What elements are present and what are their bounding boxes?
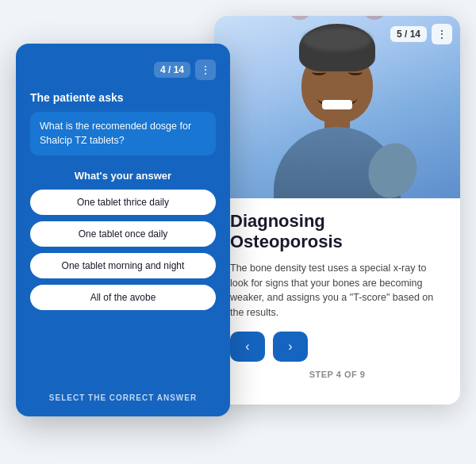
next-button[interactable]: ›: [273, 332, 308, 362]
right-card-description: The bone density test uses a special x-r…: [230, 261, 444, 320]
body-illustration: [274, 127, 401, 198]
right-menu-button[interactable]: ⋮: [432, 24, 452, 44]
right-card-content: DiagnosingOsteoporosis The bone density …: [214, 198, 460, 389]
cheek-left: [291, 16, 309, 20]
right-card-title: DiagnosingOsteoporosis: [230, 211, 444, 253]
answer-option-3[interactable]: One tablet morning and night: [30, 253, 216, 278]
right-card: 5 / 14 ⋮ DiagnosingOsteoporosis The bone…: [214, 16, 460, 405]
answer-option-2[interactable]: One tablet once daily: [30, 221, 216, 247]
section-label: The patiente asks: [30, 91, 216, 104]
right-card-header: 5 / 14 ⋮: [390, 24, 452, 44]
left-card-header: 4 / 14 ⋮: [30, 59, 216, 80]
answer-label: What's your answer: [30, 170, 216, 182]
answer-option-4[interactable]: All of the avobe: [30, 285, 216, 310]
teeth-illustration: [322, 100, 352, 109]
question-text: What is the recomended dosge for Shalcip…: [40, 120, 206, 148]
question-bubble: What is the recomended dosge for Shalcip…: [30, 112, 216, 155]
prev-button[interactable]: ‹: [230, 332, 265, 362]
left-slide-counter: 4 / 14: [154, 62, 190, 78]
step-label: STEP 4 OF 9: [230, 370, 444, 379]
eye-right: [348, 69, 363, 75]
answer-option-1[interactable]: One tablet thrice daily: [30, 190, 216, 215]
hair-illustration: [299, 24, 375, 71]
person-illustration: [262, 24, 413, 198]
nav-buttons: ‹ ›: [230, 332, 444, 362]
footer-label: SELECT THE CORRECT ANSWER: [30, 393, 216, 402]
eyes-illustration: [305, 67, 369, 79]
answer-options: One tablet thrice daily One tablet once …: [30, 190, 216, 382]
eye-left: [312, 69, 326, 75]
left-card: 4 / 14 ⋮ The patiente asks What is the r…: [16, 44, 230, 416]
right-slide-counter: 5 / 14: [390, 26, 427, 42]
cheek-right: [366, 16, 383, 20]
left-menu-button[interactable]: ⋮: [195, 59, 216, 80]
